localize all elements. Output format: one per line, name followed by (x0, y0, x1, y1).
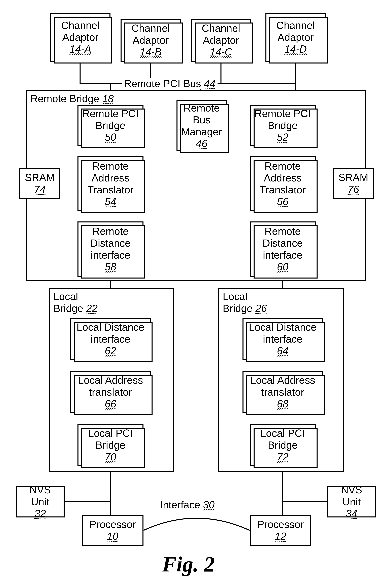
ref: 14-A (69, 43, 91, 55)
local-pci-bridge-70: Local PCI Bridge 70 (78, 424, 144, 466)
interface-30-label: Interface 30 (158, 499, 217, 510)
remote-pci-bridge-50: Remote PCI Bridge 50 (78, 105, 144, 146)
label: Channel Adaptor (269, 19, 322, 43)
channel-adaptor-14d: Channel Adaptor 14-D (265, 13, 326, 62)
nvs-unit-32: NVS Unit 32 (16, 486, 65, 517)
channel-adaptor-14b: Channel Adaptor 14-B (121, 19, 181, 62)
processor-10: Processor 10 (82, 515, 144, 546)
local-bridge-26-label: LocalBridge 26 (223, 291, 267, 314)
label: Channel Adaptor (195, 22, 247, 46)
local-addr-translator-68: Local Address translator 68 (243, 371, 323, 413)
remote-distance-interface-58: Remote Distance interface 58 (78, 222, 144, 277)
ref: 14-C (210, 46, 232, 58)
channel-adaptor-14a: Channel Adaptor 14-A (50, 13, 110, 62)
ref: 14-D (284, 43, 307, 55)
remote-addr-translator-56: Remote Address Translator 56 (250, 156, 316, 211)
label: Channel Adaptor (54, 19, 107, 43)
channel-adaptor-14c: Channel Adaptor 14-C (191, 19, 251, 62)
local-addr-translator-66: Local Address translator 66 (70, 371, 151, 413)
label: Channel Adaptor (124, 22, 177, 46)
remote-bus-manager-46: Remote Bus Manager 46 (177, 100, 227, 151)
sram-74: SRAM 74 (19, 168, 60, 199)
local-distance-interface-64: Local Distance interface 64 (243, 318, 323, 360)
remote-pci-bridge-52: Remote PCI Bridge 52 (250, 105, 316, 146)
remote-distance-interface-60: Remote Distance interface 60 (250, 222, 316, 277)
processor-12: Processor 12 (250, 515, 311, 546)
remote-addr-translator-54: Remote Address Translator 54 (78, 156, 144, 211)
sram-76: SRAM 76 (333, 168, 374, 199)
figure-label: Fig. 2 (162, 552, 215, 577)
remote-pci-bus-label: Remote PCI Bus 44 (122, 78, 218, 89)
remote-bridge-label: Remote Bridge 18 (30, 93, 114, 105)
ref: 14-B (140, 46, 162, 58)
nvs-unit-34: NVS Unit 34 (327, 486, 376, 517)
local-distance-interface-62: Local Distance interface 62 (70, 318, 151, 360)
local-bridge-22-label: LocalBridge 22 (53, 291, 98, 314)
local-pci-bridge-72: Local PCI Bridge 72 (250, 424, 316, 466)
